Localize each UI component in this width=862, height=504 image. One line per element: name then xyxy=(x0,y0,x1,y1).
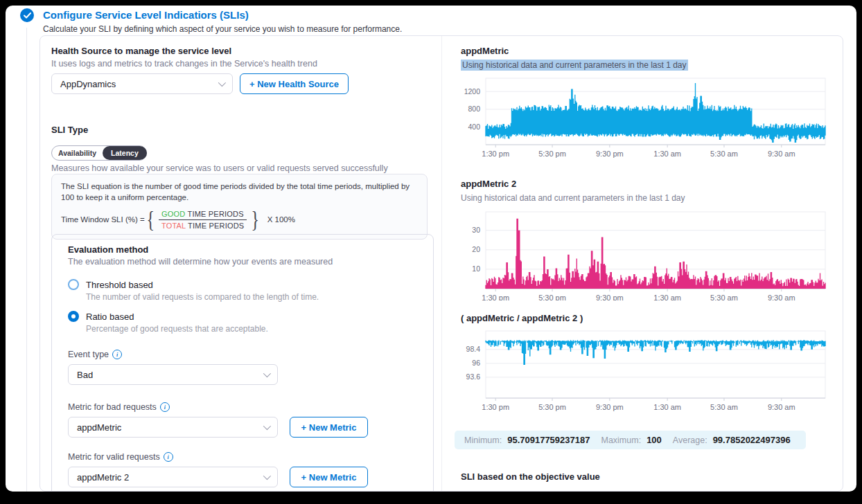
metric-valid-select[interactable]: appdMetric 2 xyxy=(68,467,278,487)
svg-text:9:30 am: 9:30 am xyxy=(768,294,795,300)
wizard-step-rail xyxy=(26,28,27,492)
new-health-source-button[interactable]: + New Health Source xyxy=(240,73,349,94)
left-brace: { xyxy=(146,206,154,233)
svg-text:9:30 pm: 9:30 pm xyxy=(596,150,624,158)
svg-text:9:30 pm: 9:30 pm xyxy=(596,294,624,300)
svg-text:1:30 pm: 1:30 pm xyxy=(482,403,509,411)
sli-equation-box: The SLI equation is the number of good t… xyxy=(51,174,428,240)
svg-text:9:30 am: 9:30 am xyxy=(768,150,795,158)
minimum-label: Minimum: xyxy=(464,435,502,445)
chart-2-title: appdMetric 2 xyxy=(461,179,516,189)
preview-panel: appdMetric Using historical data and cur… xyxy=(461,36,838,491)
evaluation-method-description: The evaluation method will determine how… xyxy=(68,257,417,267)
health-source-description: It uses logs and metrics to track change… xyxy=(51,59,317,69)
svg-text:5:30 am: 5:30 am xyxy=(710,150,738,158)
sli-type-option-latency[interactable]: Latency xyxy=(103,146,147,160)
svg-text:20: 20 xyxy=(472,245,480,253)
event-type-select[interactable]: Bad xyxy=(68,364,278,385)
formula-rhs: X 100% xyxy=(267,215,295,224)
average-label: Average: xyxy=(673,435,707,445)
config-panel: Health Source to manage the service leve… xyxy=(51,36,434,491)
radio-ratio-based[interactable]: Ratio based xyxy=(68,311,417,322)
metric-valid-label-text: Metric for valid requests xyxy=(68,452,160,462)
info-icon[interactable]: i xyxy=(112,350,122,359)
radio-threshold-label: Threshold based xyxy=(86,280,153,290)
stats-bar: Minimum: 95.70917759237187 Maximum: 100 … xyxy=(455,431,806,449)
health-source-heading: Health Source to manage the service leve… xyxy=(51,46,231,56)
svg-text:1:30 pm: 1:30 pm xyxy=(482,150,509,158)
formula-denominator-rest: TIME PERIODS xyxy=(186,222,244,230)
sli-equation-formula: Time Window SLI (%) = { GOOD TIME PERIOD… xyxy=(61,206,418,233)
radio-ratio-label: Ratio based xyxy=(86,312,134,322)
screenshot-root: { "page": { "title": "Configure Service … xyxy=(0,0,862,504)
radio-threshold-icon[interactable] xyxy=(68,279,79,290)
svg-text:1:30 am: 1:30 am xyxy=(653,150,681,158)
event-type-label: Event type i xyxy=(68,350,417,359)
svg-text:30: 30 xyxy=(472,226,480,234)
radio-ratio-description: Percentage of good requests that are acc… xyxy=(86,324,417,334)
right-brace: } xyxy=(252,206,259,233)
ratio-chart: 93.69698.41:30 pm5:30 pm9:30 pm1:30 am5:… xyxy=(461,325,835,411)
average-value: 99.7852022497396 xyxy=(713,435,791,445)
chart-1-subtitle: Using historical data and current parame… xyxy=(461,60,688,70)
svg-text:1:30 am: 1:30 am xyxy=(653,294,681,300)
radio-threshold-description: The number of valid requests is compared… xyxy=(86,292,417,302)
svg-text:93.6: 93.6 xyxy=(466,372,481,381)
svg-text:800: 800 xyxy=(468,105,480,113)
chart-1-title: appdMetric xyxy=(461,46,509,56)
svg-text:1200: 1200 xyxy=(464,87,481,96)
minimum-value: 95.70917759237187 xyxy=(507,435,590,445)
chart-2-subtitle: Using historical data and current parame… xyxy=(461,193,685,203)
radio-ratio-icon[interactable] xyxy=(68,311,79,322)
app-window: Configure Service Level Indicatiors (SLI… xyxy=(6,6,856,492)
info-icon[interactable]: i xyxy=(160,402,170,412)
page-subtitle: Calculate your SLI by defining which asp… xyxy=(43,24,402,34)
svg-text:98.4: 98.4 xyxy=(466,345,481,353)
sli-objective-heading: SLI based on the objective value xyxy=(461,471,600,482)
event-type-label-text: Event type xyxy=(68,350,109,359)
metric-bad-label-text: Metric for bad requests xyxy=(68,402,157,412)
svg-text:96: 96 xyxy=(472,359,480,367)
chevron-down-icon xyxy=(263,370,271,377)
selected-text-highlight: Using historical data and current parame… xyxy=(461,60,688,71)
sli-type-option-availability[interactable]: Availability xyxy=(52,146,103,160)
svg-text:5:30 pm: 5:30 pm xyxy=(538,403,566,411)
formula-fraction: GOOD TIME PERIODS TOTAL TIME PERIODS xyxy=(159,210,247,230)
metric-bad-select-value: appdMetric xyxy=(77,422,121,433)
svg-text:5:30 am: 5:30 am xyxy=(710,294,738,300)
svg-text:9:30 pm: 9:30 pm xyxy=(596,403,624,411)
svg-text:1:30 pm: 1:30 pm xyxy=(482,294,509,300)
svg-text:400: 400 xyxy=(468,123,480,131)
panel-divider xyxy=(441,36,442,491)
new-metric-button[interactable]: + New Metric xyxy=(290,467,368,487)
sli-equation-text: The SLI equation is the number of good t… xyxy=(61,181,418,203)
page-title: Configure Service Level Indicatiors (SLI… xyxy=(43,9,249,21)
info-icon[interactable]: i xyxy=(164,452,173,462)
metric-valid-label: Metric for valid requests i xyxy=(68,452,417,462)
appdmetric-chart: 40080012001:30 pm5:30 pm9:30 pm1:30 am5:… xyxy=(461,75,835,161)
metric-valid-select-value: appdMetric 2 xyxy=(77,472,129,483)
event-type-select-value: Bad xyxy=(77,370,93,380)
evaluation-method-box: Evaluation method The evaluation method … xyxy=(51,234,434,492)
svg-text:5:30 pm: 5:30 pm xyxy=(538,294,566,300)
chart-3-title: ( appdMetric / appdMetric 2 ) xyxy=(461,313,583,323)
maximum-value: 100 xyxy=(646,435,662,445)
chevron-down-icon xyxy=(263,422,271,430)
svg-text:5:30 pm: 5:30 pm xyxy=(538,150,566,158)
formula-good: GOOD xyxy=(161,210,185,218)
new-metric-button[interactable]: + New Metric xyxy=(290,417,368,438)
health-source-select-value: AppDynamics xyxy=(60,79,116,89)
radio-threshold-based[interactable]: Threshold based xyxy=(68,279,417,290)
sli-type-toggle: Availability Latency xyxy=(51,145,147,161)
check-circle-icon xyxy=(20,8,34,22)
sli-type-heading: SLI Type xyxy=(51,125,88,135)
svg-text:5:30 am: 5:30 am xyxy=(710,403,738,411)
maximum-label: Maximum: xyxy=(601,435,641,445)
sli-type-description: Measures how available your service was … xyxy=(51,163,388,173)
evaluation-method-heading: Evaluation method xyxy=(68,244,417,255)
chevron-down-icon xyxy=(263,472,271,480)
metric-bad-select[interactable]: appdMetric xyxy=(68,417,278,438)
formula-lhs: Time Window SLI (%) = xyxy=(61,215,145,224)
health-source-select[interactable]: AppDynamics xyxy=(51,73,233,94)
formula-total: TOTAL xyxy=(161,222,186,230)
